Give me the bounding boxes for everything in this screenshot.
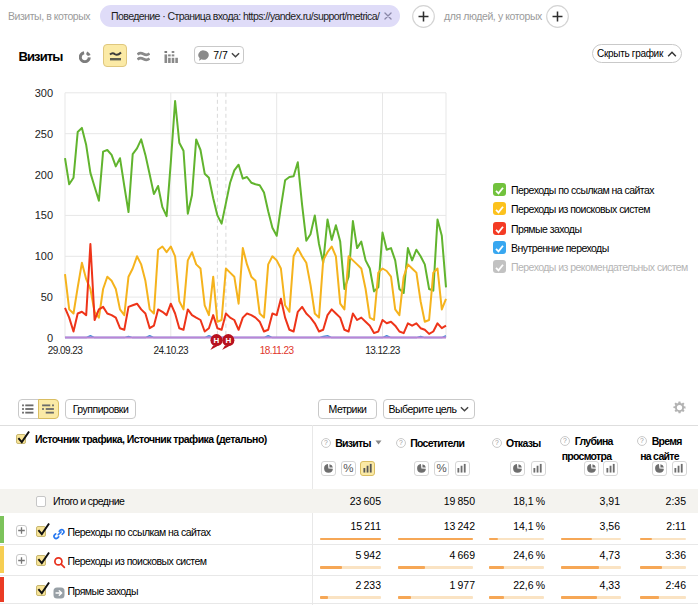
- svg-text:29.09.23: 29.09.23: [48, 345, 84, 356]
- svg-text:150: 150: [35, 209, 53, 221]
- svg-text:?: ?: [563, 437, 567, 444]
- svg-text:100: 100: [35, 250, 53, 262]
- svg-text:H: H: [225, 336, 231, 345]
- svg-text:?: ?: [495, 439, 499, 446]
- svg-text:H: H: [214, 336, 220, 345]
- svg-text:24.10.23: 24.10.23: [154, 345, 190, 356]
- svg-text:300: 300: [35, 87, 53, 99]
- svg-text:0: 0: [47, 332, 53, 344]
- svg-text:?: ?: [324, 439, 328, 446]
- svg-text:?: ?: [399, 439, 403, 446]
- svg-text:250: 250: [35, 128, 53, 140]
- svg-text:200: 200: [35, 169, 53, 181]
- svg-text:13.12.23: 13.12.23: [365, 345, 401, 356]
- svg-text:18.11.23: 18.11.23: [260, 345, 295, 356]
- svg-text:?: ?: [640, 437, 644, 444]
- svg-text:50: 50: [41, 291, 53, 303]
